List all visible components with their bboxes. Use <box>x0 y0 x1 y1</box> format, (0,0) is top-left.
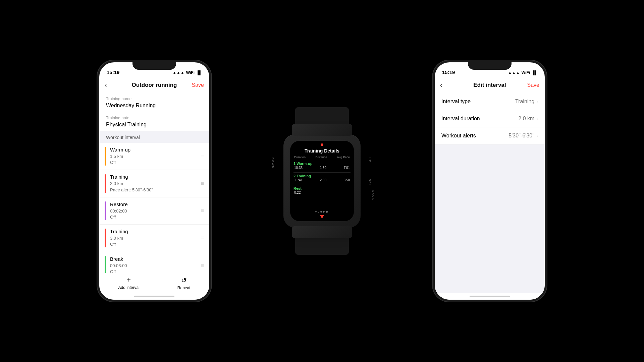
left-phone-wrapper: 15:19 ▲▲▲ WiFi ▐▌ ‹ Outdoor running Save <box>97 60 211 302</box>
watch-label-up: UP <box>368 158 371 163</box>
interval-item-0[interactable]: Warm-up 1.5 km Off ≡ <box>99 143 209 170</box>
edit-row-value-1: 2.0 km › <box>518 116 538 122</box>
training-distance: 2.00 <box>320 178 326 182</box>
watch-warmup-label: 1 Warm-up <box>293 162 351 166</box>
edit-row-0[interactable]: Interval type Training › <box>435 93 545 110</box>
left-back-button[interactable]: ‹ <box>105 81 107 89</box>
right-back-button[interactable]: ‹ <box>440 81 442 89</box>
repeat-label: Repeat <box>177 286 191 290</box>
watch-header-pace: Avg.Pace <box>337 156 350 159</box>
signal-icon: ▲▲▲ <box>172 70 184 75</box>
right-notch <box>468 60 512 70</box>
interval-detail2-3: Off <box>110 241 198 247</box>
edit-row-value-0: Training › <box>515 99 538 105</box>
repeat-button[interactable]: ↺ Repeat <box>177 276 191 290</box>
edit-row-value-2: 5'30''-6'30'' › <box>508 133 538 139</box>
interval-item-4[interactable]: Break 00:03:00 Off ≡ <box>99 252 209 273</box>
watch-divider-2 <box>293 185 351 185</box>
left-phone: 15:19 ▲▲▲ WiFi ▐▌ ‹ Outdoor running Save <box>97 60 211 302</box>
interval-item-3[interactable]: Training 3.0 km Off ≡ <box>99 225 209 252</box>
training-name-section: Training name Wednesday Running Training… <box>99 93 209 131</box>
edit-row-2[interactable]: Workout alerts 5'30''-6'30'' › <box>435 127 545 144</box>
interval-info-2: Restore 00:02:00 Off <box>110 201 198 220</box>
right-nav-bar: ‹ Edit interval Save <box>435 77 545 93</box>
watch-lug-bottom <box>292 226 352 238</box>
interval-detail2-0: Off <box>110 160 198 166</box>
rest-duration: 0:22 <box>294 191 301 194</box>
left-save-button[interactable]: Save <box>192 82 204 88</box>
interval-detail2-2: Off <box>110 214 198 220</box>
watch-divider-1 <box>293 172 351 173</box>
interval-info-1: Training 2.0 km Pace alert: 5'30''-6'30'… <box>110 174 198 193</box>
add-interval-button[interactable]: + Add interval <box>118 276 139 290</box>
drag-handle-3[interactable]: ≡ <box>198 235 204 241</box>
edit-row-label-0: Interval type <box>441 99 471 105</box>
interval-detail1-1: 2.0 km <box>110 181 198 187</box>
interval-item-2[interactable]: Restore 00:02:00 Off ≡ <box>99 197 209 225</box>
interval-name-0: Warm-up <box>110 147 198 153</box>
wifi-icon: WiFi <box>186 70 195 75</box>
interval-detail1-4: 00:03:00 <box>110 263 198 269</box>
watch-brand: T-REX <box>315 210 329 214</box>
edit-row-1[interactable]: Interval duration 2.0 km › <box>435 110 545 127</box>
watch-screen: Training Details Duration Distance Avg.P… <box>290 141 354 221</box>
warmup-pace: 7'01 <box>343 166 350 170</box>
edit-interval-list: Interval type Training › Interval durati… <box>435 93 545 144</box>
training-note-label: Training note <box>106 116 203 120</box>
right-save-button[interactable]: Save <box>527 82 539 88</box>
interval-name-2: Restore <box>110 201 198 207</box>
watch-body: UP SEL DOWN BACK Training Details Durati… <box>283 134 361 228</box>
left-nav-title: Outdoor running <box>131 82 177 88</box>
interval-accent-2 <box>105 201 106 220</box>
watch-rest-values: 0:22 <box>293 191 351 194</box>
watch-header-duration: Duration <box>294 156 306 159</box>
watch-assembly: UP SEL DOWN BACK Training Details Durati… <box>283 134 361 228</box>
bottom-toolbar: + Add interval ↺ Repeat <box>99 273 209 293</box>
right-home-bar <box>470 296 510 297</box>
drag-handle-4[interactable]: ≡ <box>198 262 204 268</box>
warmup-distance: 1.50 <box>320 166 326 170</box>
interval-detail1-2: 00:02:00 <box>110 208 198 214</box>
training-note-field[interactable]: Training note Physical Training <box>99 112 209 131</box>
right-signal-icon: ▲▲▲ <box>508 70 520 75</box>
interval-accent-3 <box>105 229 106 247</box>
interval-info-4: Break 00:03:00 Off <box>110 256 198 273</box>
watch-label-back: BACK <box>372 190 375 200</box>
add-icon: + <box>127 276 131 284</box>
edit-row-label-1: Interval duration <box>441 116 480 122</box>
drag-handle-2[interactable]: ≡ <box>198 208 204 214</box>
interval-item-1[interactable]: Training 2.0 km Pace alert: 5'30''-6'30'… <box>99 170 209 197</box>
watch-title: Training Details <box>293 148 351 154</box>
training-name-label: Training name <box>106 97 203 101</box>
chevron-icon-2: › <box>536 133 538 138</box>
watch-row-training: 2 Training 11:41 2.00 5'50 <box>293 174 351 182</box>
watch-lug-top <box>292 124 352 136</box>
interval-accent-1 <box>105 174 106 193</box>
repeat-icon: ↺ <box>181 276 187 284</box>
watch-container: UP SEL DOWN BACK Training Details Durati… <box>283 134 361 228</box>
interval-list: Warm-up 1.5 km Off ≡ Training 2.0 km Pac… <box>99 143 209 273</box>
watch-rest-label: Rest <box>293 186 351 190</box>
training-duration: 11:41 <box>294 178 303 182</box>
interval-detail2-1: Pace alert: 5'30''-6'30'' <box>110 187 198 193</box>
drag-handle-1[interactable]: ≡ <box>198 181 204 187</box>
home-bar <box>134 296 174 297</box>
watch-label-sel: SEL <box>368 179 371 186</box>
watch-warmup-values: 10:33 1.50 7'01 <box>293 166 351 170</box>
interval-detail1-3: 3.0 km <box>110 235 198 241</box>
drag-handle-0[interactable]: ≡ <box>198 153 204 159</box>
warmup-duration: 10:33 <box>294 166 303 170</box>
watch-row-warmup: 1 Warm-up 10:33 1.50 7'01 <box>293 162 351 170</box>
watch-header-distance: Distance <box>315 156 327 159</box>
right-nav-title: Edit interval <box>473 82 506 88</box>
left-status-time: 15:19 <box>107 69 119 75</box>
training-name-field[interactable]: Training name Wednesday Running <box>99 93 209 112</box>
chevron-icon-0: › <box>536 99 538 104</box>
right-status-time: 15:19 <box>442 69 455 75</box>
left-nav-bar: ‹ Outdoor running Save <box>99 77 209 93</box>
interval-name-4: Break <box>110 256 198 262</box>
edit-row-val-text-1: 2.0 km <box>518 116 534 122</box>
edit-spacer <box>435 144 545 279</box>
interval-info-0: Warm-up 1.5 km Off <box>110 147 198 166</box>
chevron-icon-1: › <box>536 116 538 121</box>
